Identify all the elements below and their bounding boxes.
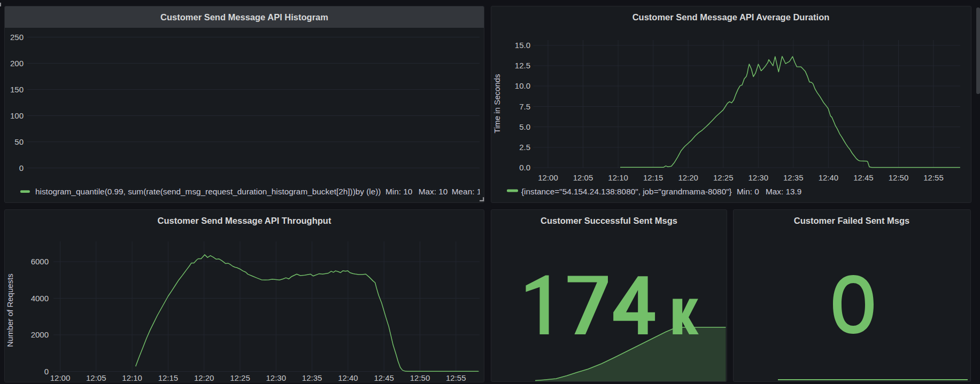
svg-text:6000: 6000 bbox=[31, 257, 49, 266]
svg-text:12:45: 12:45 bbox=[374, 373, 394, 382]
svg-text:12:25: 12:25 bbox=[713, 173, 734, 182]
svg-text:12:20: 12:20 bbox=[678, 173, 698, 182]
svg-text:5.0: 5.0 bbox=[519, 122, 530, 131]
svg-text:12:50: 12:50 bbox=[410, 373, 430, 382]
svg-text:12:50: 12:50 bbox=[889, 173, 909, 182]
svg-text:7.5: 7.5 bbox=[519, 102, 530, 111]
svg-text:Number of Requests: Number of Requests bbox=[5, 273, 14, 347]
svg-text:12:55: 12:55 bbox=[446, 373, 466, 382]
svg-text:Customer Send Message API Thro: Customer Send Message API Throughput bbox=[158, 216, 331, 225]
svg-text:12:30: 12:30 bbox=[748, 173, 769, 182]
svg-text:12:00: 12:00 bbox=[538, 173, 558, 182]
svg-text:Min: 10: Min: 10 bbox=[385, 187, 412, 196]
svg-text:Customer Send Message API Aver: Customer Send Message API Average Durati… bbox=[632, 12, 830, 22]
svg-text:2000: 2000 bbox=[31, 330, 49, 339]
svg-text:Mean: 10: Mean: 10 bbox=[452, 187, 486, 196]
svg-text:12:40: 12:40 bbox=[338, 373, 358, 382]
svg-text:12:35: 12:35 bbox=[302, 373, 322, 382]
svg-text:200: 200 bbox=[10, 59, 24, 68]
svg-text:100: 100 bbox=[10, 111, 24, 120]
svg-text:0: 0 bbox=[19, 163, 24, 173]
svg-text:Min: 0: Min: 0 bbox=[737, 187, 759, 196]
svg-text:12:15: 12:15 bbox=[158, 373, 179, 382]
svg-text:12:05: 12:05 bbox=[86, 373, 106, 382]
svg-text:histogram_quantile(0.99, sum(r: histogram_quantile(0.99, sum(rate(send_m… bbox=[35, 187, 381, 196]
svg-text:0: 0 bbox=[44, 367, 49, 376]
svg-text:Customer Successful Sent Msgs: Customer Successful Sent Msgs bbox=[541, 216, 677, 225]
svg-text:Customer Failed Sent Msgs: Customer Failed Sent Msgs bbox=[794, 216, 909, 225]
svg-text:15.0: 15.0 bbox=[515, 41, 530, 50]
svg-text:10.0: 10.0 bbox=[515, 81, 530, 90]
svg-text:12:55: 12:55 bbox=[923, 173, 944, 182]
svg-text:{instance="54.154.24.138:8080": {instance="54.154.24.138:8080", job="gra… bbox=[521, 187, 732, 196]
svg-text:2.5: 2.5 bbox=[519, 143, 530, 152]
svg-text:12:35: 12:35 bbox=[783, 173, 804, 182]
svg-text:Customer Send Message API Hist: Customer Send Message API Histogram bbox=[160, 12, 328, 22]
svg-text:250: 250 bbox=[10, 33, 24, 42]
svg-text:150: 150 bbox=[10, 85, 24, 94]
svg-text:12:30: 12:30 bbox=[266, 373, 287, 382]
svg-text:12:10: 12:10 bbox=[122, 373, 142, 382]
svg-text:Time in Seconds: Time in Seconds bbox=[492, 74, 501, 133]
svg-text:12:05: 12:05 bbox=[573, 173, 593, 182]
svg-text:12:00: 12:00 bbox=[50, 373, 71, 382]
svg-text:12:25: 12:25 bbox=[230, 373, 250, 382]
svg-text:50: 50 bbox=[14, 137, 24, 146]
svg-text:0.0: 0.0 bbox=[519, 163, 530, 172]
svg-text:12:40: 12:40 bbox=[819, 173, 839, 182]
svg-text:4000: 4000 bbox=[31, 294, 49, 303]
svg-text:Max: 10: Max: 10 bbox=[419, 187, 448, 196]
svg-text:12:20: 12:20 bbox=[194, 373, 214, 382]
svg-text:12:45: 12:45 bbox=[853, 173, 874, 182]
svg-text:12.5: 12.5 bbox=[515, 61, 530, 70]
svg-text:Max: 13.9: Max: 13.9 bbox=[766, 187, 801, 196]
svg-text:12:10: 12:10 bbox=[608, 173, 628, 182]
svg-text:12:15: 12:15 bbox=[643, 173, 663, 182]
